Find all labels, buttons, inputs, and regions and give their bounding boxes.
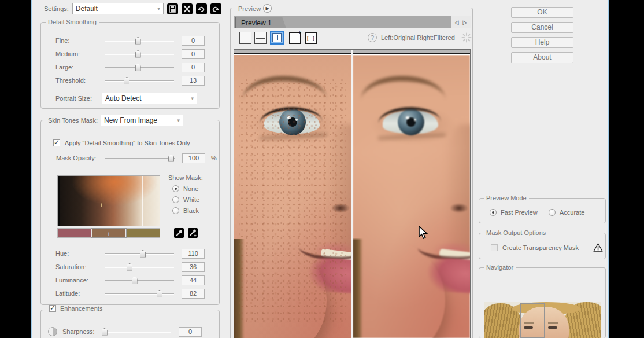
about-button[interactable]: About [511, 52, 573, 63]
preview-label-button[interactable]: […] [305, 32, 317, 44]
fine-slider[interactable] [105, 36, 174, 45]
split-vertical-view-button[interactable] [270, 31, 284, 45]
eyedropper-button[interactable] [174, 228, 184, 238]
tab-preview-1[interactable]: Preview 1 [235, 17, 286, 28]
hue-segment-high[interactable] [126, 229, 160, 237]
slider-thumb[interactable] [135, 50, 141, 58]
hue-range-strip[interactable]: + [57, 228, 160, 238]
detail-smoothing-group: Detail Smoothing Fine: 0 Medium: 0 Large… [40, 22, 220, 109]
cancel-button[interactable]: Cancel [511, 22, 573, 33]
save-icon [169, 5, 176, 13]
luminance-value[interactable]: 44 [182, 275, 205, 285]
split-vertical-icon [272, 33, 282, 42]
settings-bar: Settings: Default ▾ [44, 3, 221, 14]
latitude-value[interactable]: 82 [182, 289, 205, 299]
preview-pane-filtered[interactable] [353, 50, 470, 338]
large-slider[interactable] [105, 63, 174, 72]
slider-thumb[interactable] [140, 250, 146, 258]
preview-mode-group: Preview Mode Fast Preview Accurate [479, 198, 606, 223]
save-preset-button[interactable] [167, 3, 178, 14]
skin-tones-mask-label: Skin Tones Mask: [48, 117, 98, 124]
show-mask-white[interactable]: White [172, 196, 203, 203]
preview-toolbar: + […] ? Left:Original Right:Filtered [234, 31, 471, 47]
preview-pane-original[interactable] [234, 50, 351, 338]
hue-segment-selected[interactable]: + [91, 229, 126, 237]
portrait-size-dropdown[interactable]: Auto Detect ▾ [102, 93, 197, 104]
single-view-button[interactable] [239, 32, 251, 44]
skin-tone-range-preview[interactable]: + [57, 175, 160, 226]
create-transparency-mask-checkbox[interactable] [491, 244, 498, 251]
radio-icon[interactable] [172, 185, 179, 192]
hue-segment-low[interactable] [58, 229, 91, 237]
sharpness-slider[interactable] [102, 328, 171, 336]
tab-next-button[interactable]: ▷ [463, 19, 468, 25]
range-marker: + [99, 203, 103, 207]
hue-value[interactable]: 110 [182, 249, 205, 259]
mask-opacity-slider[interactable] [105, 154, 175, 163]
preview-expand-button[interactable]: ▶ [263, 4, 272, 13]
slider-thumb[interactable] [157, 290, 162, 297]
medium-slider[interactable] [105, 50, 174, 58]
threshold-value[interactable]: 13 [182, 76, 205, 86]
skin-tones-mask-dropdown[interactable]: New From Image ▾ [101, 115, 183, 126]
delete-preset-button[interactable] [182, 3, 193, 14]
thumb-eye [548, 326, 557, 329]
eyedropper-add-button[interactable] [188, 228, 198, 238]
slider-thumb[interactable] [168, 155, 174, 162]
navigator-view-rectangle[interactable] [520, 303, 545, 338]
saturation-value[interactable]: 36 [182, 262, 205, 272]
undo-icon [197, 5, 205, 13]
slider-thumb[interactable] [124, 77, 129, 84]
tab-nav: ◁ ▷ [451, 16, 471, 28]
tab-prev-button[interactable]: ◁ [454, 19, 459, 25]
radio-icon[interactable] [172, 207, 179, 214]
mask-opacity-value[interactable]: 100 [182, 153, 205, 163]
large-value[interactable]: 0 [182, 63, 205, 72]
hue-slider[interactable] [105, 249, 174, 258]
apply-detail-smoothing-checkbox[interactable] [53, 139, 60, 146]
radio-icon[interactable] [549, 209, 556, 216]
chevron-down-icon: ▾ [176, 118, 181, 123]
latitude-slider[interactable] [105, 289, 174, 298]
fine-value[interactable]: 0 [182, 36, 205, 46]
threshold-slider[interactable] [105, 76, 174, 85]
ok-button[interactable]: OK [511, 7, 573, 18]
split-horizontal-view-button[interactable] [254, 32, 267, 44]
create-transparency-mask-option[interactable]: Create Transparency Mask [491, 243, 579, 253]
navigator-title: Navigator [484, 264, 516, 271]
preview-image-area[interactable] [234, 49, 471, 338]
slider-thumb[interactable] [135, 64, 141, 71]
sharpness-value[interactable]: 0 [179, 327, 202, 337]
saturation-slider[interactable] [105, 263, 174, 271]
radio-icon[interactable] [490, 209, 497, 216]
slider-thumb[interactable] [127, 263, 132, 271]
show-mask-label: Show Mask: [168, 174, 203, 181]
photo-background-strip [234, 50, 351, 54]
show-mask-none[interactable]: None [172, 185, 203, 192]
slider-thumb[interactable] [135, 37, 141, 45]
help-icon[interactable]: ? [368, 33, 377, 42]
latitude-label: Latitude: [55, 290, 105, 297]
show-mask-black-label: Black [183, 207, 199, 214]
enhancements-group: Enhancements Sharpness: 0 [40, 310, 220, 338]
preview-mode-accurate[interactable]: Accurate [549, 207, 584, 218]
preview-mode-fast[interactable]: Fast Preview [490, 207, 538, 218]
help-button[interactable]: Help [511, 37, 573, 48]
settings-preset-dropdown[interactable]: Default ▾ [72, 3, 164, 14]
enhancement-preview-toggle-icon[interactable] [48, 327, 57, 336]
slider-thumb[interactable] [132, 277, 138, 284]
medium-value[interactable]: 0 [182, 49, 205, 59]
mouse-cursor [417, 226, 429, 241]
navigator-thumbnail[interactable] [484, 302, 601, 338]
warning-icon [593, 243, 603, 252]
undo-button[interactable] [196, 3, 207, 14]
radio-icon[interactable] [172, 196, 179, 203]
enhancements-checkbox[interactable] [49, 305, 56, 312]
redo-button[interactable] [210, 3, 221, 14]
preview-group-label: Preview [238, 5, 261, 12]
luminance-slider[interactable] [105, 276, 174, 285]
slider-thumb[interactable] [102, 328, 108, 336]
show-mask-black[interactable]: Black [172, 207, 203, 214]
group-title: Detail Smoothing [46, 19, 99, 25]
new-preview-tab-button[interactable]: + [289, 32, 301, 44]
